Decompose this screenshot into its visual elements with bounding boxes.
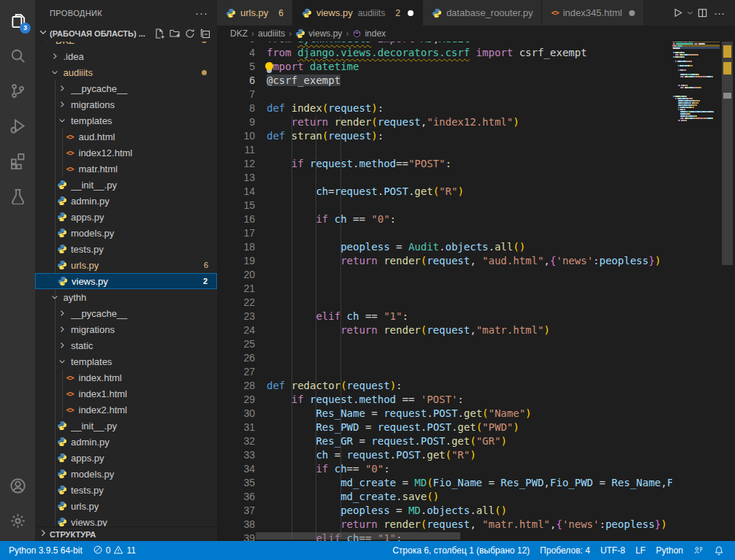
collapse-all-icon[interactable]: [199, 28, 211, 39]
modified-dot[interactable]: [629, 10, 635, 16]
activity-source-control-button[interactable]: [0, 73, 35, 108]
split-editor-button[interactable]: [697, 7, 708, 18]
tree-item-models.py[interactable]: models.py: [35, 225, 217, 241]
code-line-8[interactable]: def index(request):: [267, 101, 384, 115]
status-item[interactable]: Пробелов: 4: [535, 545, 595, 556]
sidebar-more-actions-button[interactable]: ···: [192, 7, 211, 19]
tree-item-models.py[interactable]: models.py: [35, 466, 217, 482]
code-line-9[interactable]: return render(request,"index12.html"): [267, 115, 519, 129]
new-folder-icon[interactable]: [169, 28, 180, 39]
code-line-35[interactable]: md_create = MD(Fio_Name = Res_PWD,Fio_PW…: [267, 476, 673, 490]
python-interpreter-status[interactable]: Python 3.9.5 64-bit: [4, 545, 88, 556]
code-line-38[interactable]: return render(request, "matr.html",{'new…: [267, 518, 667, 532]
code-line-18[interactable]: peopless = Audit.objects.all(): [267, 240, 525, 254]
code-line-14[interactable]: ch=request.POST.get("R"): [267, 185, 464, 199]
code-line-6[interactable]: @csrf_exempt: [267, 74, 340, 88]
tree-item-migrations[interactable]: migrations: [35, 321, 217, 337]
tree-item-index2.html[interactable]: <>index2.html: [35, 402, 217, 418]
outline-section-header[interactable]: СТРУКТУРА: [35, 526, 217, 541]
code-line-37[interactable]: peopless = MD.objects.all(): [267, 504, 507, 518]
tree-item-matr.html[interactable]: <>matr.html: [35, 161, 217, 177]
feedback-icon[interactable]: [688, 545, 709, 556]
code-line-32[interactable]: Res_GR = request.POST.get("GR"): [267, 434, 507, 448]
tree-item-templates[interactable]: templates: [35, 353, 217, 369]
code-line-29[interactable]: if request.method == 'POST':: [267, 393, 464, 407]
workspace-section-header[interactable]: (РАБОЧАЯ ОБЛАСТЬ) ...: [35, 26, 217, 42]
code-token: [267, 241, 340, 253]
activity-explorer-button[interactable]: 3: [0, 3, 35, 38]
activity-extensions-button[interactable]: [0, 143, 35, 178]
code-line-16[interactable]: if ch == "0":: [267, 212, 396, 226]
tree-item-__init__.py[interactable]: __init__.py: [35, 418, 217, 434]
new-file-icon[interactable]: [153, 28, 165, 39]
breadcrumb-item-audiiits[interactable]: audiiits: [258, 28, 285, 39]
tree-item-__init__.py[interactable]: __init__.py: [35, 177, 217, 193]
breadcrumb-item-DKZ[interactable]: DKZ: [230, 28, 248, 39]
tree-item-index12.html[interactable]: <>index12.html: [35, 145, 217, 161]
tree-item-views.py[interactable]: views.py2: [35, 273, 217, 289]
tree-item-audiiits[interactable]: audiiits: [35, 64, 217, 80]
tree-item-DKZ[interactable]: DKZ: [35, 42, 217, 48]
tree-item-aud.html[interactable]: <>aud.html: [35, 129, 217, 145]
code-line-19[interactable]: return render(request, "aud.html",{'news…: [267, 254, 661, 268]
tree-item-admin.py[interactable]: admin.py: [35, 193, 217, 209]
tree-item-static[interactable]: static: [35, 337, 217, 353]
vertical-scrollbar[interactable]: [722, 42, 733, 265]
run-button[interactable]: [672, 7, 683, 18]
tree-item-tests.py[interactable]: tests.py: [35, 241, 217, 257]
tree-item-views.py[interactable]: views.py: [35, 514, 217, 527]
code-line-24[interactable]: return render(request,"matr.html"): [267, 323, 550, 337]
code-line-4[interactable]: from django.views.decorators.csrf import…: [267, 46, 587, 60]
breadcrumb-item-index[interactable]: index: [352, 28, 386, 39]
tree-item-urls.py[interactable]: urls.py6: [35, 257, 217, 273]
minimap[interactable]: [672, 26, 720, 541]
tree-item-aythh[interactable]: aythh: [35, 289, 217, 305]
tree-item-migrations[interactable]: migrations: [35, 96, 217, 112]
activity-account-button[interactable]: [0, 468, 35, 503]
refresh-icon[interactable]: [184, 28, 196, 39]
more-actions-button[interactable]: ···: [711, 7, 728, 19]
activity-testing-button[interactable]: [0, 178, 35, 213]
tab-views.py[interactable]: views.pyaudiiits2: [293, 0, 423, 26]
horizontal-scrollbar[interactable]: [256, 532, 460, 540]
tree-item-.idea[interactable]: .idea: [35, 48, 217, 64]
status-item[interactable]: UTF-8: [595, 545, 631, 556]
tab-index345.html[interactable]: <>index345.html: [542, 0, 644, 26]
activity-run-debug-button[interactable]: [0, 108, 35, 143]
tab-database_roouter.py[interactable]: database_roouter.py: [423, 0, 543, 26]
code-line-12[interactable]: if request.method=="POST":: [267, 157, 452, 171]
code-line-30[interactable]: Res_Name = request.POST.get("Name"): [267, 407, 532, 421]
tree-item-index1.html[interactable]: <>index1.html: [35, 386, 217, 402]
tree-item-__pycache__[interactable]: __pycache__: [35, 305, 217, 321]
code-line-36[interactable]: md_create.save(): [267, 490, 439, 504]
status-item[interactable]: LF: [631, 545, 651, 556]
code-pane[interactable]: from aythh.models import MD,Auditfrom dj…: [217, 26, 735, 541]
code-line-28[interactable]: def redactor(request):: [267, 379, 403, 393]
tree-item-urls.py[interactable]: urls.py: [35, 498, 217, 514]
code-line-33[interactable]: ch = request.POST.get("R"): [267, 448, 476, 462]
run-dropdown-button[interactable]: [686, 9, 694, 17]
tree-item-admin.py[interactable]: admin.py: [35, 434, 217, 450]
notifications-bell-icon[interactable]: [709, 545, 729, 556]
code-line-31[interactable]: Res_PWD = request.POST.get("PWD"): [267, 421, 519, 434]
tree-item-index.html[interactable]: <>index.html: [35, 369, 217, 386]
problems-status[interactable]: 0 11: [88, 545, 141, 557]
status-item[interactable]: Python: [651, 545, 688, 556]
activity-settings-button[interactable]: [0, 503, 35, 538]
tree-item-tests.py[interactable]: tests.py: [35, 482, 217, 498]
tree-item-apps.py[interactable]: apps.py: [35, 450, 217, 466]
lightbulb-icon[interactable]: [265, 62, 273, 70]
tab-urls.py[interactable]: urls.py6: [217, 0, 293, 26]
code-line-23[interactable]: elif ch == "1":: [267, 310, 408, 323]
activity-search-button[interactable]: [0, 38, 35, 73]
tree-item-label: __init__.py: [71, 180, 217, 191]
status-item[interactable]: Строка 6, столбец 1 (выбрано 12): [387, 545, 535, 556]
code-line-5[interactable]: import datetime: [267, 60, 359, 74]
tree-item-templates[interactable]: templates: [35, 112, 217, 129]
tree-item-__pycache__[interactable]: __pycache__: [35, 80, 217, 96]
code-line-10[interactable]: def stran(request):: [267, 129, 384, 143]
breadcrumb-item-views.py[interactable]: views.py: [295, 28, 342, 39]
tree-item-apps.py[interactable]: apps.py: [35, 209, 217, 225]
modified-dot[interactable]: [408, 10, 414, 16]
code-line-34[interactable]: if ch== "0":: [267, 462, 390, 476]
